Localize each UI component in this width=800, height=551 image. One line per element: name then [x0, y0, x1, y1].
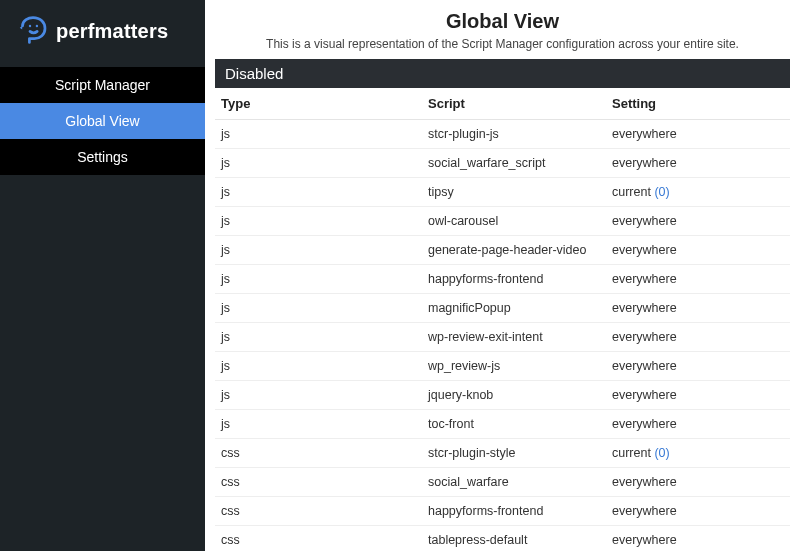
main-content: Global View This is a visual representat…: [205, 0, 800, 551]
setting-value: everywhere: [612, 388, 677, 402]
svg-point-0: [29, 25, 31, 27]
cell-setting: everywhere: [606, 265, 790, 294]
cell-type: js: [215, 207, 422, 236]
col-header-setting: Setting: [606, 88, 790, 120]
cell-script: tablepress-default: [422, 526, 606, 552]
cell-script: social_warfare: [422, 468, 606, 497]
setting-value: everywhere: [612, 301, 677, 315]
table-row: csstablepress-defaulteverywhere: [215, 526, 790, 552]
col-header-script: Script: [422, 88, 606, 120]
setting-value: everywhere: [612, 156, 677, 170]
cell-setting: everywhere: [606, 120, 790, 149]
cell-script: wp-review-exit-intent: [422, 323, 606, 352]
setting-value: current: [612, 185, 651, 199]
cell-script: tipsy: [422, 178, 606, 207]
cell-script: owl-carousel: [422, 207, 606, 236]
table-row: jstipsycurrent (0): [215, 178, 790, 207]
cell-setting: current (0): [606, 178, 790, 207]
setting-value: everywhere: [612, 533, 677, 547]
cell-type: js: [215, 236, 422, 265]
cell-type: js: [215, 294, 422, 323]
table-row: jstoc-fronteverywhere: [215, 410, 790, 439]
setting-value: everywhere: [612, 417, 677, 431]
table-row: jssocial_warfare_scripteverywhere: [215, 149, 790, 178]
cell-type: js: [215, 410, 422, 439]
cell-setting: everywhere: [606, 468, 790, 497]
setting-value: current: [612, 446, 651, 460]
brand-name: perfmatters: [56, 20, 168, 43]
setting-value: everywhere: [612, 243, 677, 257]
cell-script: stcr-plugin-js: [422, 120, 606, 149]
cell-type: css: [215, 439, 422, 468]
cell-script: happyforms-frontend: [422, 497, 606, 526]
cell-setting: everywhere: [606, 294, 790, 323]
disabled-table-wrap: Type Script Setting jsstcr-plugin-jsever…: [205, 88, 800, 551]
nav-item-label: Global View: [65, 113, 139, 129]
logo-icon: [18, 14, 48, 49]
cell-setting: everywhere: [606, 149, 790, 178]
setting-value: everywhere: [612, 504, 677, 518]
col-header-type: Type: [215, 88, 422, 120]
cell-type: js: [215, 323, 422, 352]
cell-type: js: [215, 265, 422, 294]
cell-setting: everywhere: [606, 526, 790, 552]
cell-script: stcr-plugin-style: [422, 439, 606, 468]
table-row: jshappyforms-frontendeverywhere: [215, 265, 790, 294]
table-row: jsgenerate-page-header-videoeverywhere: [215, 236, 790, 265]
cell-setting: everywhere: [606, 352, 790, 381]
setting-value: everywhere: [612, 330, 677, 344]
table-row: jsowl-carouseleverywhere: [215, 207, 790, 236]
cell-type: js: [215, 352, 422, 381]
cell-setting: everywhere: [606, 381, 790, 410]
cell-type: js: [215, 178, 422, 207]
cell-type: js: [215, 149, 422, 178]
cell-setting: everywhere: [606, 207, 790, 236]
cell-type: js: [215, 120, 422, 149]
table-row: jsmagnificPopupeverywhere: [215, 294, 790, 323]
nav-item-label: Script Manager: [55, 77, 150, 93]
page-header: Global View This is a visual representat…: [205, 0, 800, 59]
cell-setting: everywhere: [606, 323, 790, 352]
cell-type: js: [215, 381, 422, 410]
svg-point-1: [36, 25, 38, 27]
cell-script: jquery-knob: [422, 381, 606, 410]
nav-item-label: Settings: [77, 149, 128, 165]
table-row: csssocial_warfareeverywhere: [215, 468, 790, 497]
setting-value: everywhere: [612, 214, 677, 228]
setting-value: everywhere: [612, 127, 677, 141]
sidebar: perfmatters Script Manager Global View S…: [0, 0, 205, 551]
cell-script: magnificPopup: [422, 294, 606, 323]
cell-type: css: [215, 497, 422, 526]
table-row: jsjquery-knobeverywhere: [215, 381, 790, 410]
section-title-disabled: Disabled: [215, 59, 790, 88]
cell-script: generate-page-header-video: [422, 236, 606, 265]
cell-script: happyforms-frontend: [422, 265, 606, 294]
cell-setting: everywhere: [606, 236, 790, 265]
disabled-table: Type Script Setting jsstcr-plugin-jsever…: [215, 88, 790, 551]
brand-logo: perfmatters: [0, 0, 205, 67]
cell-script: wp_review-js: [422, 352, 606, 381]
cell-script: social_warfare_script: [422, 149, 606, 178]
cell-script: toc-front: [422, 410, 606, 439]
cell-type: css: [215, 468, 422, 497]
table-row: jswp_review-jseverywhere: [215, 352, 790, 381]
nav-item-settings[interactable]: Settings: [0, 139, 205, 175]
setting-value: everywhere: [612, 475, 677, 489]
setting-value: everywhere: [612, 272, 677, 286]
nav-item-global-view[interactable]: Global View: [0, 103, 205, 139]
cell-setting: everywhere: [606, 410, 790, 439]
table-row: jsstcr-plugin-jseverywhere: [215, 120, 790, 149]
table-row: jswp-review-exit-intenteverywhere: [215, 323, 790, 352]
cell-setting: current (0): [606, 439, 790, 468]
setting-count-link[interactable]: (0): [654, 185, 669, 199]
page-subtitle: This is a visual representation of the S…: [221, 37, 784, 51]
setting-value: everywhere: [612, 359, 677, 373]
cell-type: css: [215, 526, 422, 552]
setting-count-link[interactable]: (0): [654, 446, 669, 460]
table-row: cssstcr-plugin-stylecurrent (0): [215, 439, 790, 468]
page-title: Global View: [221, 10, 784, 33]
cell-setting: everywhere: [606, 497, 790, 526]
nav-item-script-manager[interactable]: Script Manager: [0, 67, 205, 103]
table-row: csshappyforms-frontendeverywhere: [215, 497, 790, 526]
